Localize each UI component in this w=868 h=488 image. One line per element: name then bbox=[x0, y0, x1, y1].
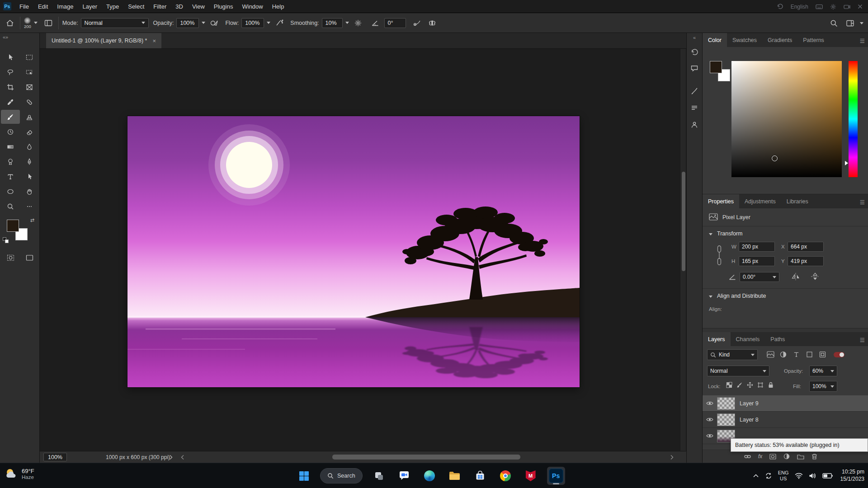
brush-panel-icon[interactable] bbox=[689, 102, 701, 114]
filter-adjustment-layers-icon[interactable] bbox=[780, 351, 787, 358]
brush-settings-panel-icon[interactable] bbox=[689, 85, 701, 97]
tool-more-options[interactable] bbox=[20, 199, 39, 213]
tab-gradients[interactable]: Gradients bbox=[762, 33, 797, 47]
scroll-right-icon[interactable] bbox=[670, 455, 674, 460]
default-colors-icon[interactable] bbox=[3, 237, 9, 244]
expand-panels-icon[interactable]: « bbox=[693, 35, 696, 40]
filter-smart-objects-icon[interactable] bbox=[819, 351, 826, 358]
filter-type-layers-icon[interactable] bbox=[793, 351, 800, 358]
gear-icon[interactable] bbox=[830, 4, 836, 10]
tab-patterns[interactable]: Patterns bbox=[797, 33, 830, 47]
filter-pixel-layers-icon[interactable] bbox=[767, 351, 774, 358]
lock-position-icon[interactable] bbox=[747, 382, 753, 388]
zoom-level-input[interactable]: 100% bbox=[43, 453, 67, 461]
language-indicator[interactable]: English bbox=[791, 4, 808, 10]
menu-image[interactable]: Image bbox=[52, 0, 78, 13]
airbrush-icon[interactable] bbox=[273, 17, 286, 29]
chevron-down-icon[interactable] bbox=[860, 22, 863, 24]
y-input[interactable]: 419 px bbox=[788, 256, 824, 266]
layer-row-layer8[interactable]: Layer 8 bbox=[703, 412, 868, 428]
lock-artboard-icon[interactable] bbox=[757, 382, 764, 388]
keyboard-icon[interactable] bbox=[816, 4, 823, 9]
camera-icon[interactable] bbox=[844, 4, 850, 9]
layer-blend-mode-select[interactable]: Normal bbox=[707, 366, 769, 376]
height-input[interactable]: 165 px bbox=[739, 256, 775, 266]
tab-swatches[interactable]: Swatches bbox=[727, 33, 762, 47]
lock-image-pixels-icon[interactable] bbox=[736, 382, 743, 388]
width-input[interactable]: 200 px bbox=[739, 242, 775, 252]
hue-slider-marker-icon[interactable] bbox=[845, 161, 848, 165]
blend-mode-select[interactable]: Normal bbox=[81, 18, 149, 28]
edge-browser-button[interactable] bbox=[420, 467, 439, 485]
collapse-toolbar-icon[interactable]: «» bbox=[3, 34, 8, 40]
microsoft-store-button[interactable] bbox=[471, 467, 489, 485]
menu-select[interactable]: Select bbox=[123, 0, 149, 13]
color-cursor[interactable] bbox=[772, 155, 778, 161]
language-tray-indicator[interactable]: ENG US bbox=[778, 470, 789, 481]
menu-help[interactable]: Help bbox=[268, 0, 289, 13]
chat-app-button[interactable] bbox=[395, 467, 413, 485]
layer-thumbnail[interactable] bbox=[717, 397, 735, 410]
close-overlay-icon[interactable] bbox=[858, 4, 863, 9]
menu-3d[interactable]: 3D bbox=[171, 0, 188, 13]
tool-rectangular-marquee[interactable] bbox=[20, 50, 39, 64]
add-layer-mask-icon[interactable] bbox=[769, 454, 776, 460]
layer-opacity-input[interactable]: 60% bbox=[809, 366, 837, 376]
tool-gradient[interactable] bbox=[1, 140, 20, 154]
delete-layer-icon[interactable] bbox=[811, 453, 817, 460]
flip-horizontal-icon[interactable] bbox=[791, 272, 801, 281]
layer-filter-kind-select[interactable]: Kind bbox=[707, 349, 758, 360]
tool-lasso[interactable] bbox=[1, 65, 20, 79]
tool-clone-stamp[interactable] bbox=[20, 110, 39, 124]
start-button[interactable] bbox=[295, 467, 313, 485]
layer-thumbnail[interactable] bbox=[717, 413, 735, 426]
mcafee-button[interactable]: M bbox=[522, 467, 540, 485]
visibility-eye-icon[interactable] bbox=[706, 401, 713, 406]
visibility-eye-icon[interactable] bbox=[706, 433, 713, 438]
screen-mode-button[interactable] bbox=[20, 251, 39, 265]
tool-history-brush[interactable] bbox=[1, 125, 20, 139]
menu-type[interactable]: Type bbox=[102, 0, 123, 13]
new-group-icon[interactable] bbox=[797, 454, 804, 460]
tab-libraries[interactable]: Libraries bbox=[781, 194, 814, 208]
symmetry-butterfly-icon[interactable] bbox=[426, 17, 439, 29]
layer-style-fx-icon[interactable]: fx bbox=[758, 453, 762, 460]
home-icon[interactable] bbox=[4, 17, 16, 29]
tool-type[interactable] bbox=[1, 169, 20, 183]
tool-pen[interactable] bbox=[20, 155, 39, 169]
layer-row-layer9[interactable]: Layer 9 bbox=[703, 395, 868, 412]
x-input[interactable]: 664 px bbox=[788, 242, 824, 252]
tab-color[interactable]: Color bbox=[703, 33, 727, 47]
chrome-browser-button[interactable] bbox=[496, 467, 514, 485]
history-panel-icon[interactable] bbox=[689, 45, 701, 57]
tool-brush[interactable] bbox=[1, 110, 20, 124]
canvas-area[interactable] bbox=[40, 49, 686, 451]
menu-edit[interactable]: Edit bbox=[33, 0, 52, 13]
toggle-brush-settings-icon[interactable] bbox=[42, 17, 55, 29]
menu-filter[interactable]: Filter bbox=[149, 0, 171, 13]
sync-update-icon[interactable] bbox=[765, 472, 772, 479]
tool-frame[interactable] bbox=[20, 80, 39, 94]
brush-angle-input[interactable]: 0° bbox=[384, 18, 406, 28]
panel-foreground-swatch[interactable] bbox=[710, 61, 722, 73]
tab-layers[interactable]: Layers bbox=[703, 332, 731, 346]
rotation-input[interactable]: 0.00° bbox=[740, 272, 779, 282]
tool-object-selection[interactable] bbox=[20, 65, 39, 79]
tab-adjustments[interactable]: Adjustments bbox=[739, 194, 781, 208]
close-tab-icon[interactable]: × bbox=[152, 38, 156, 44]
undo-arrow-icon[interactable] bbox=[777, 4, 783, 10]
pressure-size-icon[interactable] bbox=[410, 17, 423, 29]
lock-transparent-pixels-icon[interactable] bbox=[726, 382, 732, 388]
flip-vertical-icon[interactable] bbox=[810, 272, 820, 281]
menu-window[interactable]: Window bbox=[237, 0, 267, 13]
tool-move[interactable] bbox=[1, 50, 20, 64]
hue-slider[interactable] bbox=[849, 61, 858, 177]
tab-properties[interactable]: Properties bbox=[703, 194, 739, 208]
chevron-down-icon[interactable] bbox=[345, 22, 349, 24]
tab-channels[interactable]: Channels bbox=[731, 332, 765, 346]
file-explorer-button[interactable] bbox=[446, 467, 464, 485]
link-dimensions-icon[interactable] bbox=[716, 245, 722, 266]
tool-shape[interactable] bbox=[1, 184, 20, 198]
scroll-left-icon[interactable] bbox=[181, 455, 184, 460]
document-tab[interactable]: Untitled-1 @ 100% (Layer 9, RGB/8) * × bbox=[46, 33, 161, 48]
